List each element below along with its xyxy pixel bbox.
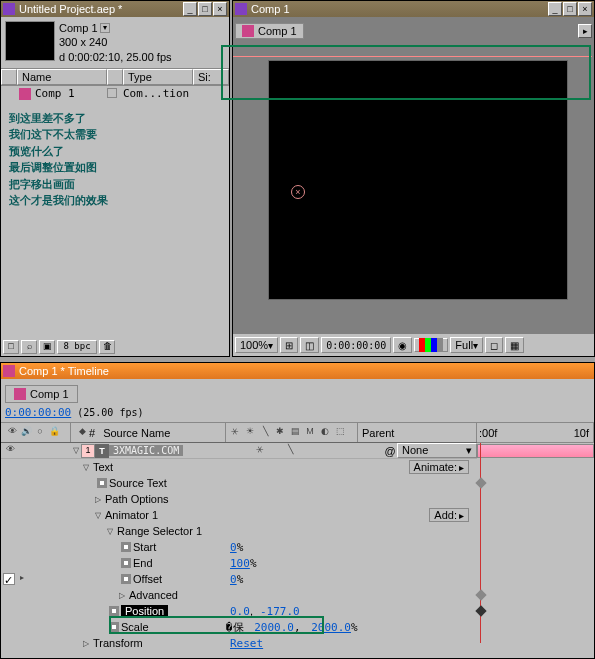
prop-advanced[interactable]: Advanced: [129, 589, 178, 601]
viewer-minimize-button[interactable]: _: [548, 2, 562, 16]
prop-position[interactable]: Position: [121, 605, 168, 617]
guide-line: [233, 56, 592, 57]
comp-thumbnail[interactable]: [5, 21, 55, 61]
project-icon: [3, 3, 15, 15]
reset-button[interactable]: Reset: [230, 637, 263, 650]
quality-icon[interactable]: ╲: [258, 426, 272, 440]
layer-name[interactable]: 3XMAGIC.COM: [109, 445, 183, 456]
visibility-toggle[interactable]: 👁: [3, 444, 17, 458]
animate-button[interactable]: Animate: ▸: [409, 460, 469, 474]
close-button[interactable]: ×: [213, 2, 227, 16]
solo-toggle-icon[interactable]: ○: [33, 426, 47, 440]
range-twisty[interactable]: ▽: [105, 527, 115, 536]
idx-col[interactable]: #: [89, 427, 95, 439]
transform-twisty[interactable]: ▷: [81, 639, 91, 648]
source-col[interactable]: Source Name: [103, 427, 170, 439]
col-label[interactable]: [107, 69, 123, 85]
snapshot-button[interactable]: ◉: [393, 337, 412, 353]
resolution-dropdown[interactable]: Full ▾: [450, 337, 483, 353]
roi-button[interactable]: ◻: [485, 337, 503, 353]
lock-toggle-icon[interactable]: 🔒: [47, 426, 61, 440]
end-stopwatch[interactable]: [121, 558, 131, 568]
path-twisty[interactable]: ▷: [93, 495, 103, 504]
parent-dropdown[interactable]: None▾: [397, 443, 477, 458]
collapse-icon[interactable]: ☀: [243, 426, 257, 440]
timeline-tab[interactable]: Comp 1: [5, 385, 78, 403]
col-icon[interactable]: [1, 69, 17, 85]
add-button[interactable]: Add: ▸: [429, 508, 469, 522]
pickwhip-icon[interactable]: @: [383, 445, 397, 457]
keyframe-icon[interactable]: [475, 605, 486, 616]
maximize-button[interactable]: □: [198, 2, 212, 16]
source-text-stopwatch[interactable]: [97, 478, 107, 488]
layer-duration-bar[interactable]: [477, 444, 594, 458]
channel-buttons[interactable]: [414, 338, 448, 352]
motion-blur-icon[interactable]: M: [303, 426, 317, 440]
find-button[interactable]: ⌕: [21, 340, 37, 354]
scale-y[interactable]: 2000.0: [311, 621, 351, 634]
viewer-close-button[interactable]: ×: [578, 2, 592, 16]
prop-source-text[interactable]: Source Text: [109, 477, 167, 489]
prop-offset[interactable]: Offset: [133, 573, 162, 585]
composition-canvas[interactable]: [268, 60, 568, 300]
bpc-button[interactable]: 8 bpc: [57, 340, 97, 354]
position-stopwatch[interactable]: [109, 606, 119, 616]
new-comp-button[interactable]: ▣: [39, 340, 55, 354]
3d-icon[interactable]: ⬚: [333, 426, 347, 440]
prop-transform[interactable]: Transform: [93, 637, 143, 649]
layer-twisty[interactable]: ▽: [71, 446, 81, 455]
timeline-track-area[interactable]: [477, 443, 594, 643]
prop-animator1[interactable]: Animator 1: [105, 509, 158, 521]
adjustment-icon[interactable]: ◐: [318, 426, 332, 440]
label-col-icon[interactable]: ◆: [75, 426, 89, 440]
anim1-twisty[interactable]: ▽: [93, 511, 103, 520]
col-size[interactable]: Si:: [193, 69, 229, 85]
shy-icon[interactable]: ⚹: [228, 426, 242, 440]
offset-stopwatch[interactable]: [121, 574, 131, 584]
ruler-0: :00f: [479, 427, 497, 439]
project-item-row[interactable]: Comp 1 Com...tion: [1, 86, 229, 102]
prop-end[interactable]: End: [133, 557, 153, 569]
offset-check[interactable]: ✓: [3, 573, 15, 585]
keyframe-icon[interactable]: [475, 477, 486, 488]
zoom-dropdown[interactable]: 100% ▾: [235, 337, 278, 353]
end-value[interactable]: 100: [230, 557, 250, 570]
new-folder-button[interactable]: □: [3, 340, 19, 354]
comp-dropdown-icon[interactable]: ▾: [100, 23, 110, 33]
project-title: Untitled Project.aep *: [19, 3, 182, 15]
time-display[interactable]: 0:00:00:00: [321, 337, 391, 353]
viewer-maximize-button[interactable]: □: [563, 2, 577, 16]
offset-value[interactable]: 0: [230, 573, 237, 586]
current-time[interactable]: 0:00:00:00: [5, 406, 71, 419]
mask-button[interactable]: ◫: [300, 337, 319, 353]
prop-path[interactable]: Path Options: [105, 493, 169, 505]
keyframe-icon[interactable]: [475, 589, 486, 600]
viewer-tab[interactable]: Comp 1: [235, 23, 304, 39]
col-name[interactable]: Name: [17, 69, 107, 85]
start-stopwatch[interactable]: [121, 542, 131, 552]
parent-col[interactable]: Parent: [362, 427, 394, 439]
prop-start[interactable]: Start: [133, 541, 156, 553]
fx-icon[interactable]: ✱: [273, 426, 287, 440]
start-value[interactable]: 0: [230, 541, 237, 554]
viewer-menu-button[interactable]: ▸: [578, 24, 592, 38]
safe-zones-button[interactable]: ⊞: [280, 337, 298, 353]
prop-range[interactable]: Range Selector 1: [117, 525, 202, 537]
ruler-10: 10f: [574, 427, 589, 439]
scale-x[interactable]: 2000.0: [254, 621, 294, 634]
adv-twisty[interactable]: ▷: [117, 591, 127, 600]
audio-toggle-icon[interactable]: 🔊: [19, 426, 33, 440]
layer-row[interactable]: 👁 ▽ 1 T 3XMAGIC.COM ⚹╲ @ None▾: [1, 443, 477, 459]
scale-stopwatch[interactable]: [109, 622, 119, 632]
frame-blend-icon[interactable]: ▤: [288, 426, 302, 440]
prop-text[interactable]: Text: [93, 461, 113, 473]
position-x[interactable]: 0.0: [230, 605, 250, 618]
av-toggle-icon[interactable]: 👁: [5, 426, 19, 440]
position-y[interactable]: -177.0: [260, 605, 300, 618]
text-twisty[interactable]: ▽: [81, 463, 91, 472]
minimize-button[interactable]: _: [183, 2, 197, 16]
col-type[interactable]: Type: [123, 69, 193, 85]
transparency-button[interactable]: ▦: [505, 337, 524, 353]
trash-button[interactable]: 🗑: [99, 340, 115, 354]
prop-scale[interactable]: Scale: [121, 621, 149, 633]
